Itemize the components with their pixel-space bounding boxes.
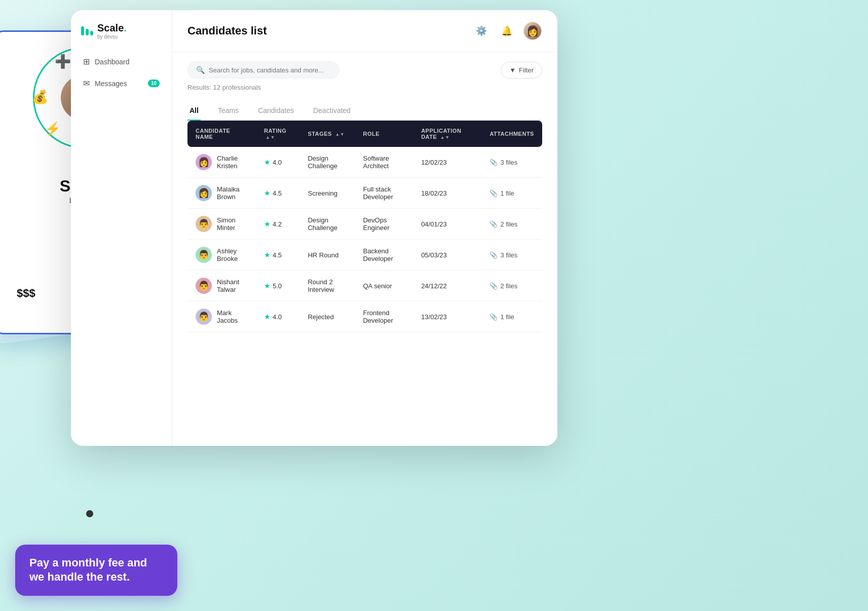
table-row[interactable]: 👨 Nishant Talwar ★ 5.0 Round 2 Interview…: [187, 271, 542, 301]
sidebar-item-label: Dashboard: [95, 58, 130, 66]
logo-text: Scale . by devsu: [97, 22, 127, 40]
attachments-value: 3 files: [500, 251, 517, 259]
notifications-button[interactable]: 🔔: [498, 22, 516, 40]
cell-name-5: 👨 Mark Jacobs: [187, 301, 256, 332]
sidebar-item-dashboard[interactable]: ⊞ Dashboard: [77, 52, 166, 71]
sidebar-item-label: Messages: [95, 80, 127, 88]
table-body: 👩 Charlie Kristen ★ 4.0 Design Challenge…: [187, 147, 542, 332]
tab-all[interactable]: All: [187, 101, 201, 121]
date-value: 04/01/23: [421, 220, 447, 228]
rating-value: 5.0: [273, 282, 282, 290]
col-app-date[interactable]: APPLICATION DATE ▲▼: [413, 121, 481, 147]
clip-icon: 📎: [489, 313, 498, 321]
table-row[interactable]: 👨 Mark Jacobs ★ 4.0 Rejected Frontend De…: [187, 301, 542, 332]
attachments-value: 1 file: [500, 313, 514, 321]
star-icon: ★: [264, 313, 271, 321]
cell-date-2: 04/01/23: [413, 209, 481, 240]
cell-rating-0: ★ 4.0: [256, 147, 300, 178]
rating-value: 4.0: [273, 159, 282, 166]
cell-role-1: Full stack Developer: [355, 178, 413, 209]
rating-value: 4.5: [273, 251, 282, 259]
cell-rating-4: ★ 5.0: [256, 271, 300, 301]
attachments-value: 1 file: [500, 189, 514, 197]
search-filter-row: 🔍 ▼ Filter: [172, 52, 557, 79]
logo-dot: .: [124, 22, 127, 34]
cell-attachments-3: 📎 3 files: [481, 240, 542, 271]
tab-teams[interactable]: Teams: [216, 101, 241, 121]
money-icon: 💰: [32, 89, 48, 105]
cell-name-4: 👨 Nishant Talwar: [187, 271, 256, 301]
stage-value: Rejected: [308, 313, 333, 321]
candidate-name: Nishant Talwar: [217, 278, 248, 293]
sidebar-item-messages[interactable]: ✉ Messages 10: [77, 73, 166, 93]
attachments-value: 2 files: [500, 282, 517, 290]
cell-role-0: Software Architect: [355, 147, 413, 178]
dashboard-icon: ⊞: [83, 57, 90, 66]
main-content: Candidates list ⚙️ 🔔 👩 🔍 ▼ Filter Result…: [172, 10, 557, 446]
col-stages[interactable]: STAGES ▲▼: [299, 121, 355, 147]
col-role: ROLE: [355, 121, 413, 147]
tab-deactivated[interactable]: Deactivated: [311, 101, 353, 121]
messages-badge: 10: [148, 80, 160, 87]
table-row[interactable]: 👩 Charlie Kristen ★ 4.0 Design Challenge…: [187, 147, 542, 178]
cell-attachments-5: 📎 1 file: [481, 301, 542, 332]
cell-role-4: QA senior: [355, 271, 413, 301]
cell-rating-1: ★ 4.5: [256, 178, 300, 209]
cta-text: Pay a monthly fee and we handle the rest…: [29, 556, 163, 585]
cta-box: Pay a monthly fee and we handle the rest…: [15, 545, 177, 596]
table-header: CANDIDATE NAME RATING ▲▼ STAGES ▲▼ ROLE: [187, 121, 542, 147]
role-value: QA senior: [363, 282, 392, 290]
stage-value: Round 2 Interview: [308, 278, 334, 293]
cell-name-1: 👩 Malaika Brown: [187, 178, 256, 209]
plus-icon: ➕: [55, 54, 71, 69]
cell-date-1: 18/02/23: [413, 178, 481, 209]
tab-candidates[interactable]: Candidates: [256, 101, 296, 121]
col-rating[interactable]: RATING ▲▼: [256, 121, 300, 147]
cell-role-3: Backend Developer: [355, 240, 413, 271]
cell-rating-5: ★ 4.0: [256, 301, 300, 332]
sidebar: Scale . by devsu ⊞ Dashboard ✉ Messages …: [71, 10, 172, 446]
cell-name-3: 👨 Ashley Brooke: [187, 240, 256, 271]
table-row[interactable]: 👩 Malaika Brown ★ 4.5 Screening Full sta…: [187, 178, 542, 209]
rating-value: 4.2: [273, 220, 282, 228]
candidates-table: CANDIDATE NAME RATING ▲▼ STAGES ▲▼ ROLE: [187, 121, 542, 332]
role-value: Full stack Developer: [363, 185, 393, 201]
date-value: 05/03/23: [421, 251, 447, 259]
cell-attachments-4: 📎 2 files: [481, 271, 542, 301]
candidate-name: Charlie Kristen: [217, 155, 248, 170]
role-value: DevOps Engineer: [363, 216, 389, 232]
cell-date-4: 24/12/22: [413, 271, 481, 301]
candidate-name: Simon Minter: [217, 216, 248, 232]
date-value: 18/02/23: [421, 189, 447, 197]
search-box[interactable]: 🔍: [187, 61, 339, 79]
cell-date-0: 12/02/23: [413, 147, 481, 178]
rating-sort-icon: ▲▼: [266, 135, 275, 140]
stage-value: Design Challenge: [308, 216, 337, 232]
dollar-amount: $$$: [17, 287, 35, 300]
rating-value: 4.0: [273, 313, 282, 321]
results-text: Results: 12 professionals: [172, 79, 557, 91]
candidate-name: Mark Jacobs: [217, 309, 248, 324]
table-row[interactable]: 👨 Ashley Brooke ★ 4.5 HR Round Backend D…: [187, 240, 542, 271]
search-input[interactable]: [209, 66, 331, 74]
role-value: Software Architect: [363, 155, 389, 170]
candidate-avatar: 👨: [196, 278, 212, 294]
clip-icon: 📎: [489, 189, 498, 197]
logo-sub: by devsu: [97, 34, 127, 40]
user-avatar[interactable]: 👩: [523, 21, 542, 41]
clip-icon: 📎: [489, 251, 498, 259]
filter-label: Filter: [519, 66, 534, 74]
date-value: 13/02/23: [421, 313, 447, 321]
stage-value: Design Challenge: [308, 155, 337, 170]
cell-stage-5: Rejected: [299, 301, 355, 332]
role-value: Backend Developer: [363, 247, 393, 262]
settings-button[interactable]: ⚙️: [472, 22, 490, 40]
star-icon: ★: [264, 251, 271, 259]
logo-bar-1: [81, 26, 84, 35]
stage-value: Screening: [308, 189, 337, 197]
filter-button[interactable]: ▼ Filter: [501, 62, 542, 79]
table-row[interactable]: 👨 Simon Minter ★ 4.2 Design Challenge De…: [187, 209, 542, 240]
top-actions: ⚙️ 🔔 👩: [472, 21, 542, 41]
attachments-value: 2 files: [500, 220, 517, 228]
date-value: 24/12/22: [421, 282, 447, 290]
